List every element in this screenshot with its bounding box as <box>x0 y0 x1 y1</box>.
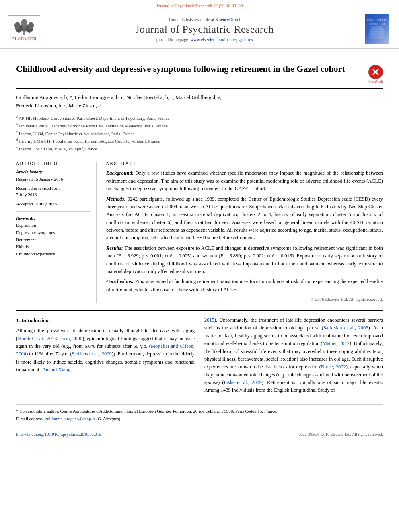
thumb-graphic-icon <box>369 25 385 40</box>
svg-rect-11 <box>371 26 383 29</box>
body-section: 1. Introduction Although the prevalence … <box>16 316 383 398</box>
abstract-conclusions: Conclusions: Programs aimed at facilitat… <box>106 278 383 294</box>
elsevier-logo-block: ELSEVIER <box>8 15 44 43</box>
methods-label: Methods: <box>106 196 126 202</box>
body-two-col: 1. Introduction Although the prevalence … <box>16 316 383 398</box>
affil-e: e Inserm UMR 1168, VIMA, Villejuif, Fran… <box>16 145 383 152</box>
keyword-childhood: Childhood experience <box>16 251 90 258</box>
ref-an-xiang[interactable]: An and Xiang, <box>42 367 72 372</box>
affil-b: b Université Paris Descartes, Sorbonne P… <box>16 122 383 129</box>
doi-link[interactable]: http://dx.doi.org/10.1016/j.jpsychires.2… <box>16 432 101 437</box>
ref-hoertel-2013[interactable]: Hoertel et al., 2013 <box>18 336 57 341</box>
svg-point-4 <box>21 19 27 27</box>
crossmark-badge[interactable]: CrossMark <box>368 65 383 84</box>
svg-rect-7 <box>370 29 384 38</box>
elsevier-logo-inner: ELSEVIER <box>8 15 40 43</box>
abstract-methods: Methods: 9242 participants, followed up … <box>106 195 383 242</box>
authors-line2: Frédéric Limosin a, b, c, Marie Zins d, … <box>16 102 383 110</box>
footnote-star: * Corresponding author. Centre Ambulatoi… <box>16 408 383 415</box>
intro-heading: 1. Introduction <box>16 316 195 325</box>
copyright-line: © 2016 Elsevier Ltd. All rights reserved… <box>106 296 383 303</box>
article-title: Childhood adversity and depressive sympt… <box>16 63 345 75</box>
abstract-column: ABSTRACT Background: Only a few studies … <box>106 162 383 303</box>
elsevier-tree-icon <box>13 17 35 35</box>
footnotes: * Corresponding author. Centre Ambulatoi… <box>16 404 383 422</box>
ref-mather-2012[interactable]: Mather, 2012 <box>323 341 350 346</box>
article-info-column: ARTICLE INFO Article history: Received 1… <box>16 162 97 303</box>
abstract-section-label: ABSTRACT <box>106 162 383 166</box>
journal-homepage: journal homepage: www.elsevier.com/locat… <box>44 37 365 42</box>
conclusions-label: Conclusions: <box>106 279 134 284</box>
svg-point-5 <box>14 22 20 29</box>
affil-d: d Inserm, UMS 011, Population-based Epid… <box>16 137 383 144</box>
intro-para2: 2015). Unfortunately, the treatment of l… <box>204 316 383 394</box>
history-label: Article history: <box>16 169 90 174</box>
background-label: Background: <box>106 170 134 176</box>
keyword-elderly: Elderly <box>16 243 90 251</box>
authors-section: Guillaume Airagnes a, b, *, Cédric Lemog… <box>16 89 383 113</box>
article-info-section-label: ARTICLE INFO <box>16 162 90 166</box>
background-text: Only a few studies have examined whether… <box>106 170 383 191</box>
ref-fiske-2009[interactable]: Fiske et al., 2009 <box>224 380 261 385</box>
article-title-section: Childhood adversity and depressive sympt… <box>16 57 383 89</box>
footnote-email-link[interactable]: guillaume.airagnes@aphp.fr <box>45 416 95 421</box>
sciencedirect-link[interactable]: ScienceDirect <box>215 17 240 22</box>
journal-header: ELSEVIER Contents lists available at Sci… <box>0 10 399 49</box>
journal-homepage-link[interactable]: www.elsevier.com/locate/psychires <box>190 37 253 42</box>
journal-thumb-inner: psychiatricresearch <box>365 14 389 44</box>
svg-point-6 <box>28 22 34 29</box>
contents-line: Contents lists available at ScienceDirec… <box>44 17 365 22</box>
affiliations-section: a AP-HP, Hôpitaux Universitaires Paris O… <box>16 113 383 156</box>
elsevier-wordmark: ELSEVIER <box>11 36 37 41</box>
thumb-label: psychiatricresearch <box>367 18 387 25</box>
ref-an-xiang-year[interactable]: 2015 <box>204 317 214 323</box>
affil-a: a AP-HP, Hôpitaux Universitaires Paris O… <box>16 114 383 121</box>
journal-title-block: Contents lists available at ScienceDirec… <box>44 17 365 42</box>
body-right-col: 2015). Unfortunately, the treatment of l… <box>204 316 383 398</box>
ref-bruce-2002[interactable]: Bruce, 2002 <box>321 364 346 370</box>
results-text: The association between exposure to ACLE… <box>106 245 383 274</box>
ref-sarkisian-2003[interactable]: Sarkisian et al., 2003 <box>323 325 368 331</box>
crossmark-svg <box>371 67 380 77</box>
journal-citation-bar: Journal of Psychiatric Research 82 (2016… <box>0 0 399 10</box>
received-date: Received 15 January 2016 <box>16 176 90 183</box>
bottom-bar: http://dx.doi.org/10.1016/j.jpsychires.2… <box>16 429 383 437</box>
authors-line1: Guillaume Airagnes a, b, *, Cédric Lemog… <box>16 93 383 102</box>
keywords-label: Keywords: <box>16 216 90 220</box>
keyword-depression: Depression <box>16 222 90 229</box>
journal-citation-text: Journal of Psychiatric Research 82 (2016… <box>156 3 243 8</box>
svg-rect-0 <box>23 31 25 35</box>
abstract-text: Background: Only a few studies have exam… <box>106 169 383 303</box>
crossmark-icon <box>368 65 383 79</box>
abstract-background: Background: Only a few studies have exam… <box>106 169 383 193</box>
methods-text: 9242 participants, followed up since 198… <box>106 196 383 241</box>
journal-main-title: Journal of Psychiatric Research <box>44 23 365 35</box>
ref-jorm-2000[interactable]: Jorm, 2000 <box>60 336 82 341</box>
ref-steffens-2009[interactable]: Steffens et al., 2009 <box>72 351 112 357</box>
abstract-results: Results: The association between exposur… <box>106 244 383 276</box>
footnote-email: E-mail address: guillaume.airagnes@aphp.… <box>16 415 383 422</box>
keyword-retirement: Retirement <box>16 236 90 244</box>
revised-date: Received in revised form7 July 2016 <box>16 185 90 198</box>
section-divider <box>16 310 383 311</box>
keyword-depressive: Depressive symptoms <box>16 229 90 236</box>
results-label: Results: <box>106 245 123 251</box>
accepted-date: Accepted 15 July 2016 <box>16 201 90 207</box>
article-info-abstract-layout: ARTICLE INFO Article history: Received 1… <box>16 162 383 303</box>
crossmark-label: CrossMark <box>368 80 383 84</box>
issn-line: 0022-3956/© 2016 Elsevier Ltd. All right… <box>299 432 383 437</box>
main-content: Childhood adversity and depressive sympt… <box>0 49 399 445</box>
affil-c: c Inserm, U894, Centre Psychiatrie et Ne… <box>16 129 383 137</box>
body-left-col: 1. Introduction Although the prevalence … <box>16 316 195 398</box>
conclusions-text: Programs aimed at facilitating retiremen… <box>106 279 383 292</box>
intro-para1: Although the prevalence of depression is… <box>16 327 195 374</box>
journal-thumbnail: psychiatricresearch <box>365 14 391 44</box>
